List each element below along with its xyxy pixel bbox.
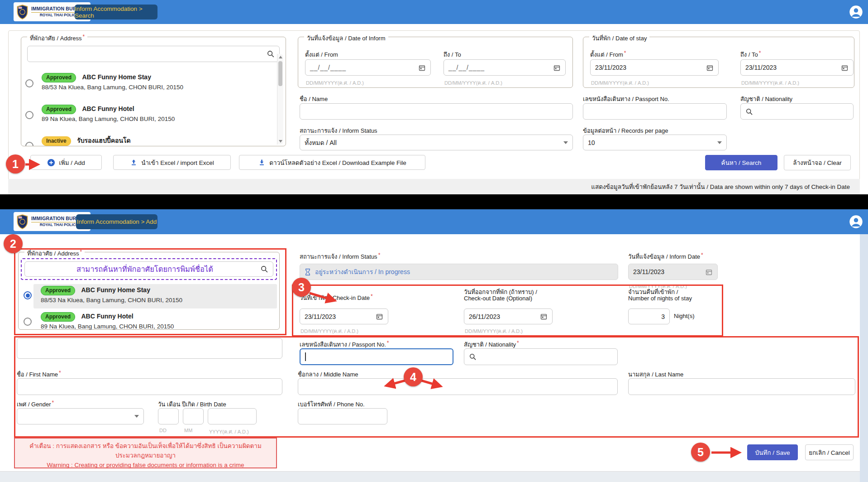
phone-input[interactable]	[298, 408, 387, 424]
inform-to-input[interactable]: __/__/____	[444, 59, 566, 76]
stay-from-hint: DD/MM/YYYY(ค.ศ. / A.D.)	[591, 79, 649, 87]
search-icon	[469, 353, 477, 361]
radio-accommodation-2[interactable]	[25, 111, 33, 119]
nationality-input-add[interactable]	[464, 348, 618, 365]
list-item-selected[interactable]: Approved ABC Funny Home Stay 88/53 Na Kl…	[41, 286, 182, 304]
records-per-page-label: ข้อมูลต่อหน้า / Records per page	[583, 126, 668, 135]
calendar-icon[interactable]	[706, 64, 714, 72]
calendar-icon[interactable]	[841, 64, 849, 72]
plus-circle-icon	[47, 159, 55, 167]
accommodation-name: ABC Funny Home Stay	[81, 286, 150, 294]
list-item[interactable]: Inactive รับรองแฮปปี้คอนโด	[42, 135, 131, 146]
account-icon[interactable]	[849, 215, 863, 229]
birth-day-input[interactable]	[158, 408, 179, 424]
passport-input[interactable]	[583, 103, 727, 120]
account-icon[interactable]	[849, 5, 863, 19]
inform-status-select[interactable]: ทั้งหมด / All	[300, 135, 573, 150]
list-scrollbar[interactable]	[277, 54, 283, 145]
scroll-down-icon[interactable]	[279, 140, 282, 143]
breadcrumb-add[interactable]: Inform Accommodation > Add	[76, 214, 157, 229]
accommodation-address: 88/53 Na Kluea, Bang Lamung, CHON BURI, …	[42, 84, 183, 91]
status-badge: Approved	[41, 286, 75, 295]
list-item[interactable]: Approved ABC Funny Home Stay 88/53 Na Kl…	[42, 73, 183, 91]
address-legend-add: ที่พักอาศัย / Address*	[24, 249, 85, 258]
address-detail-input[interactable]	[17, 338, 282, 359]
stay-from-label: ตั้งแต่ / From*	[590, 50, 626, 59]
hourglass-icon	[305, 268, 311, 276]
inform-status-label-add: สถานะการแจ้ง / Inform Status*	[300, 252, 380, 261]
status-badge: Approved	[41, 312, 75, 322]
page-gutter-right	[860, 234, 868, 482]
passport-label: เลขหนังสือเดินทาง / Passport No.	[583, 94, 669, 104]
chevron-down-icon	[563, 141, 568, 144]
calendar-icon[interactable]	[540, 313, 548, 320]
checkout-input[interactable]: 26/11/2023	[464, 308, 553, 324]
inform-to-hint: DD/MM/YYYY(ค.ศ. / A.D.)	[444, 79, 502, 87]
name-input[interactable]	[300, 103, 573, 120]
radio-accommodation-3[interactable]	[25, 142, 33, 146]
download-example-button[interactable]: ดาวน์โหลดตัวอย่าง Excel / Download Examp…	[239, 155, 425, 170]
calendar-icon[interactable]	[376, 313, 383, 320]
chevron-down-icon	[134, 415, 139, 418]
scroll-thumb[interactable]	[278, 61, 282, 86]
import-excel-button[interactable]: นำเข้า Excel / import Excel	[113, 155, 231, 170]
inform-from-label: ตั้งแต่ / From	[305, 50, 338, 59]
middle-name-input[interactable]	[298, 378, 618, 395]
clear-button[interactable]: ล้างหน้าจอ / Clear	[784, 155, 851, 170]
calendar-icon[interactable]	[418, 64, 426, 72]
calendar-icon[interactable]	[553, 64, 561, 72]
birth-year-input[interactable]	[208, 408, 257, 424]
inform-from-input[interactable]: __/__/____	[305, 59, 431, 76]
stay-to-input[interactable]: 23/11/2023	[740, 59, 854, 76]
gender-select[interactable]	[17, 408, 144, 424]
shield-logo-icon	[16, 214, 29, 229]
inform-status-field: อยู่ระหว่างดำเนินการ / In progress	[300, 264, 618, 280]
scroll-up-icon[interactable]	[279, 56, 282, 58]
calendar-icon	[705, 268, 713, 276]
add-button[interactable]: เพิ่ม / Add	[30, 155, 102, 170]
phone-label: เบอร์โทรศัพท์ / Phone No.	[298, 400, 365, 409]
records-per-page-select[interactable]: 10	[583, 135, 727, 150]
upload-icon	[130, 159, 138, 166]
annotation-step-1: 1	[6, 154, 25, 174]
nationality-input[interactable]	[740, 103, 854, 120]
list-item[interactable]: Approved ABC Funny Hotel 89 Na Kluea, Ba…	[42, 105, 175, 122]
screen-search: IMMIGRATION BUREAU ROYAL THAI POLICE Inf…	[0, 0, 868, 194]
stay-to-label: ถึง / To*	[740, 50, 761, 59]
search-icon	[745, 108, 753, 116]
inform-status-label: สถานะการแจ้ง / Inform Status	[300, 126, 377, 135]
annotation-step-4: 4	[404, 367, 423, 386]
radio-accommodation-1[interactable]	[25, 79, 33, 87]
gender-label: เพศ / Gender*	[17, 400, 54, 409]
search-button[interactable]: ค้นหา / Search	[705, 155, 777, 170]
nationality-label-add: สัญชาติ / Nationality*	[464, 340, 519, 349]
name-label: ชื่อ / Name	[300, 94, 328, 104]
accommodation-list: Approved ABC Funny Home Stay 88/53 Na Kl…	[22, 67, 274, 146]
list-item[interactable]: Approved ABC Funny Hotel 89 Na Kluea, Ba…	[41, 312, 174, 330]
inform-to-label: ถึง / To	[444, 50, 461, 59]
radio-accommodation-2-add[interactable]	[24, 318, 32, 326]
address-search-input-add[interactable]: สามารถค้นหาที่พักอาศัยโดยการพิมพ์ชื่อได้	[24, 261, 273, 277]
inform-date-label: วันที่แจ้งข้อมูล / Inform Date*	[628, 252, 703, 261]
checkin-input[interactable]: 23/11/2023	[300, 308, 388, 324]
status-badge: Inactive	[42, 136, 71, 146]
cancel-button[interactable]: ยกเลิก / Cancel	[805, 444, 854, 460]
middle-name-label: ชื่อกลาง / Middle Name	[298, 370, 358, 379]
birth-month-input[interactable]	[183, 408, 204, 424]
accommodation-name: ABC Funny Hotel	[82, 105, 134, 112]
annotation-step-5: 5	[691, 443, 710, 462]
address-search-hint-text: สามารถค้นหาที่พักอาศัยโดยการพิมพ์ชื่อได้	[29, 263, 260, 275]
nights-input[interactable]: 3	[628, 308, 670, 324]
breadcrumb-search[interactable]: Inform Accommodation > Search	[75, 5, 157, 19]
first-name-input[interactable]	[17, 378, 282, 395]
download-icon	[258, 159, 266, 166]
radio-accommodation-selected[interactable]	[24, 291, 32, 299]
last-name-input[interactable]	[628, 378, 855, 395]
header-search: IMMIGRATION BUREAU ROYAL THAI POLICE Inf…	[0, 0, 868, 24]
stay-from-input[interactable]: 23/11/2023	[590, 59, 719, 76]
passport-input-add[interactable]	[300, 348, 453, 365]
save-button[interactable]: บันทึก / Save	[747, 444, 798, 460]
nationality-label: สัญชาติ / Nationality	[740, 94, 792, 104]
address-search-input[interactable]	[27, 46, 280, 62]
birth-month-hint: MM	[184, 428, 192, 433]
